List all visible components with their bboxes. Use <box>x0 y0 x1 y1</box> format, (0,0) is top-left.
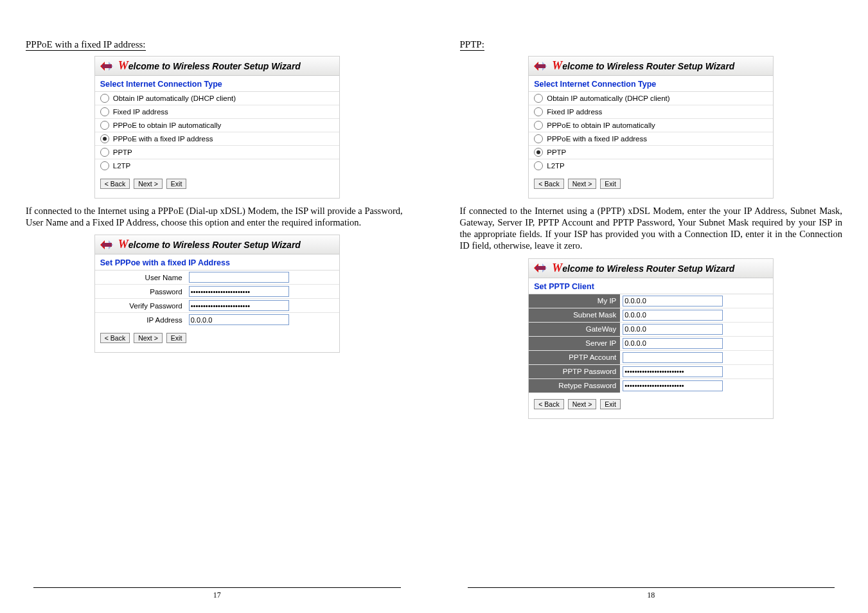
radio-label: L2TP <box>547 162 565 170</box>
radio-option[interactable]: PPPoE to obtain IP automatically <box>95 119 339 132</box>
exit-button[interactable]: Exit <box>600 179 621 189</box>
form-row: Retype Password <box>529 379 773 393</box>
next-button[interactable]: Next > <box>568 399 597 409</box>
heading-set-pptp: Set PPTP Client <box>529 278 773 294</box>
form-input[interactable] <box>189 314 289 325</box>
radio-icon <box>100 161 109 170</box>
form-input[interactable] <box>623 324 723 335</box>
back-button[interactable]: < Back <box>100 179 130 189</box>
wizard-button-row: < Back Next > Exit <box>95 172 339 198</box>
radio-option[interactable]: Obtain IP automatically (DHCP client) <box>95 92 339 105</box>
form-input[interactable] <box>189 300 289 311</box>
radio-icon <box>100 148 109 157</box>
radio-icon <box>100 94 109 103</box>
back-button[interactable]: < Back <box>534 179 563 189</box>
back-button[interactable]: < Back <box>534 399 563 409</box>
radio-icon <box>534 121 543 130</box>
page-number: 17 <box>213 591 221 600</box>
wizard-logo-icon <box>99 239 114 251</box>
radio-label: PPPoE with a fixed IP address <box>547 135 647 143</box>
exit-button[interactable]: Exit <box>166 179 187 189</box>
exit-button[interactable]: Exit <box>600 399 621 409</box>
radio-option[interactable]: PPTP <box>529 146 773 159</box>
exit-button[interactable]: Exit <box>166 333 187 343</box>
wizard-header: Welcome to Wireless Router Setup Wizard <box>95 235 339 254</box>
form-input[interactable] <box>623 338 723 349</box>
wizard-button-row: < Back Next > Exit <box>95 326 339 352</box>
section-label-pptp: PPTP: <box>460 39 484 51</box>
radio-label: Fixed IP address <box>113 108 168 116</box>
radio-option[interactable]: Fixed IP address <box>95 105 339 119</box>
radio-icon <box>534 148 543 157</box>
page-right: PPTP: Welcome to Wireless Router Setup W… <box>434 0 869 613</box>
radio-option[interactable]: L2TP <box>529 159 773 172</box>
radio-label: PPPoE to obtain IP automatically <box>113 121 222 129</box>
form-label: Retype Password <box>529 379 620 393</box>
form-input[interactable] <box>623 352 723 363</box>
form-row: User Name <box>95 271 339 285</box>
form-input[interactable] <box>623 310 723 321</box>
wizard-button-row: < Back Next > Exit <box>529 172 773 198</box>
form-label: Verify Password <box>95 299 186 312</box>
wizard-title: Welcome to Wireless Router Setup Wizard <box>118 59 301 73</box>
form-row: PPTP Account <box>529 351 773 365</box>
wizard-header: Welcome to Wireless Router Setup Wizard <box>529 57 773 76</box>
form-value-cell <box>620 294 773 308</box>
radio-label: PPPoE with a fixed IP address <box>113 135 213 143</box>
radio-icon <box>534 161 543 170</box>
radio-label: Obtain IP automatically (DHCP client) <box>547 94 669 102</box>
wizard-pppoe-form: Welcome to Wireless Router Setup Wizard … <box>94 235 340 353</box>
form-input[interactable] <box>623 380 723 391</box>
radio-icon <box>534 94 543 103</box>
page-footer: 18 <box>468 587 835 600</box>
paragraph-pptp: If connected to the Internet using a (PP… <box>460 205 843 252</box>
section-label-pppoe: PPPoE with a fixed IP address: <box>26 39 146 51</box>
form-row: My IP <box>529 294 773 308</box>
form-value-cell <box>620 365 773 378</box>
wizard-title: Welcome to Wireless Router Setup Wizard <box>552 262 734 275</box>
form-row: Server IP <box>529 337 773 351</box>
radio-label: PPTP <box>113 148 132 156</box>
pptp-form-table: My IPSubnet MaskGateWayServer IPPPTP Acc… <box>529 294 773 393</box>
form-value-cell <box>620 379 773 393</box>
radio-icon <box>100 121 109 130</box>
form-input[interactable] <box>623 296 723 306</box>
radio-option[interactable]: PPPoE with a fixed IP address <box>529 132 773 146</box>
radio-option[interactable]: Fixed IP address <box>529 105 773 119</box>
radio-label: L2TP <box>113 162 131 170</box>
next-button[interactable]: Next > <box>134 179 163 189</box>
form-label: Password <box>95 285 186 298</box>
connection-type-radio-group: Obtain IP automatically (DHCP client)Fix… <box>95 91 339 172</box>
form-label: GateWay <box>529 323 620 336</box>
form-input[interactable] <box>189 286 289 297</box>
page-number: 18 <box>647 591 655 600</box>
form-value-cell <box>620 351 773 364</box>
radio-option[interactable]: PPPoE with a fixed IP address <box>95 132 339 146</box>
wizard-logo-icon <box>99 60 114 72</box>
wizard-title: Welcome to Wireless Router Setup Wizard <box>118 238 301 251</box>
next-button[interactable]: Next > <box>134 333 163 343</box>
page-footer: 17 <box>33 587 401 600</box>
wizard-title: Welcome to Wireless Router Setup Wizard <box>552 59 734 73</box>
form-row: Subnet Mask <box>529 308 773 323</box>
form-value-cell <box>186 285 339 298</box>
page-left: PPPoE with a fixed IP address: Welcome t… <box>0 0 434 613</box>
next-button[interactable]: Next > <box>568 179 597 189</box>
form-row: IP Address <box>95 313 339 326</box>
radio-option[interactable]: PPPoE to obtain IP automatically <box>529 119 773 132</box>
radio-icon <box>534 134 543 143</box>
radio-label: Fixed IP address <box>547 108 602 116</box>
wizard-header: Welcome to Wireless Router Setup Wizard <box>529 259 773 278</box>
radio-label: PPPoE to obtain IP automatically <box>547 121 655 129</box>
form-input[interactable] <box>623 366 723 377</box>
form-value-cell <box>620 337 773 350</box>
back-button[interactable]: < Back <box>100 333 130 343</box>
radio-option[interactable]: PPTP <box>95 146 339 159</box>
form-row: Verify Password <box>95 299 339 313</box>
radio-option[interactable]: L2TP <box>95 159 339 172</box>
heading-select-connection: Select Internet Connection Type <box>529 76 773 91</box>
radio-option[interactable]: Obtain IP automatically (DHCP client) <box>529 92 773 105</box>
form-input[interactable] <box>189 272 289 283</box>
connection-type-radio-group: Obtain IP automatically (DHCP client)Fix… <box>529 91 773 172</box>
radio-icon <box>534 107 543 116</box>
